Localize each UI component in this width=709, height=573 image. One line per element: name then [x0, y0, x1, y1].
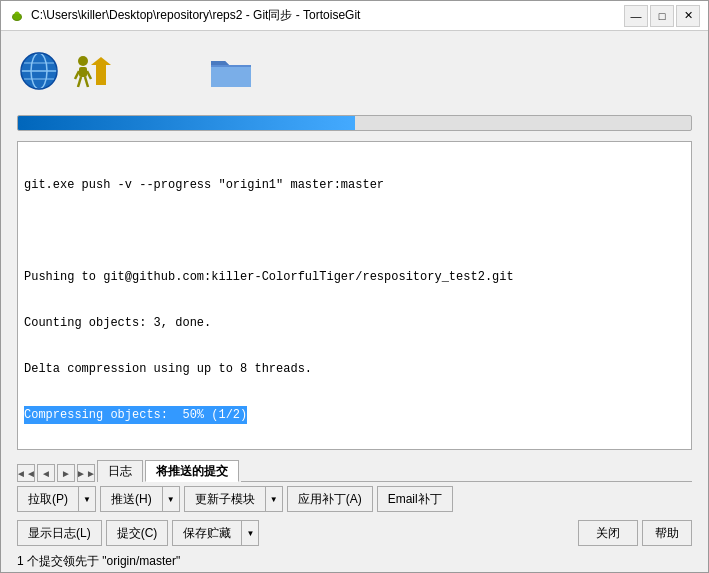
email-patch-button[interactable]: Email补丁 [377, 486, 453, 512]
button-row-1: 拉取(P) ▼ 推送(H) ▼ 更新子模块 ▼ 应用补丁(A) Email补丁 [1, 482, 708, 516]
push-dropdown-button[interactable]: ▼ [162, 486, 180, 512]
progress-bar-container [17, 115, 692, 131]
update-submodule-dropdown-button[interactable]: ▼ [265, 486, 283, 512]
pull-btn-group: 拉取(P) ▼ [17, 486, 96, 512]
tab-nav-next[interactable]: ► [57, 464, 75, 482]
log-line-4: Counting objects: 3, done. [24, 314, 685, 332]
log-line-1: git.exe push -v --progress "origin1" mas… [24, 176, 685, 194]
svg-rect-10 [79, 67, 87, 77]
save-stash-button[interactable]: 保存贮藏 [172, 520, 241, 546]
svg-line-11 [75, 71, 79, 79]
button-row-2: 显示日志(L) 提交(C) 保存贮藏 ▼ 关闭 帮助 [1, 516, 708, 550]
save-stash-dropdown-button[interactable]: ▼ [241, 520, 259, 546]
log-line-5: Delta compression using up to 8 threads. [24, 360, 685, 378]
tab-bar: ◄◄ ◄ ► ►► 日志 将推送的提交 [1, 456, 708, 482]
tab-nav-prev[interactable]: ◄ [37, 464, 55, 482]
tab-nav-first[interactable]: ◄◄ [17, 464, 35, 482]
status-text: 1 个提交领先于 "origin/master" [17, 553, 180, 570]
pull-button[interactable]: 拉取(P) [17, 486, 78, 512]
title-bar-left: C:\Users\killer\Desktop\repository\reps2… [9, 7, 360, 24]
maximize-button[interactable]: □ [650, 5, 674, 27]
push-button[interactable]: 推送(H) [100, 486, 162, 512]
close-button[interactable]: 关闭 [578, 520, 638, 546]
save-stash-btn-group: 保存贮藏 ▼ [172, 520, 259, 546]
main-window: C:\Users\killer\Desktop\repository\reps2… [0, 0, 709, 573]
svg-line-12 [87, 71, 91, 79]
log-line-2 [24, 222, 685, 240]
push-arrow-icon [73, 49, 117, 93]
progress-bar-fill [18, 116, 355, 130]
log-output: git.exe push -v --progress "origin1" mas… [17, 141, 692, 450]
tab-commits-to-push[interactable]: 将推送的提交 [145, 460, 239, 482]
svg-marker-15 [91, 57, 111, 85]
globe-icon [17, 49, 61, 93]
apply-patch-button[interactable]: 应用补丁(A) [287, 486, 373, 512]
log-line-3: Pushing to git@github.com:killer-Colorfu… [24, 268, 685, 286]
help-button[interactable]: 帮助 [642, 520, 692, 546]
svg-point-9 [78, 56, 88, 66]
update-submodule-btn-group: 更新子模块 ▼ [184, 486, 283, 512]
progress-area [1, 111, 708, 135]
commit-button[interactable]: 提交(C) [106, 520, 169, 546]
log-highlight-text: Compressing objects: 50% (1/2) [24, 406, 247, 424]
push-btn-group: 推送(H) ▼ [100, 486, 180, 512]
status-bar: 1 个提交领先于 "origin/master" [1, 550, 708, 572]
window-title: C:\Users\killer\Desktop\repository\reps2… [31, 7, 360, 24]
show-log-button[interactable]: 显示日志(L) [17, 520, 102, 546]
svg-line-13 [78, 77, 81, 87]
title-bar: C:\Users\killer\Desktop\repository\reps2… [1, 1, 708, 31]
toolbar-icons [1, 31, 708, 111]
tortoise-icon [9, 8, 25, 24]
tab-log[interactable]: 日志 [97, 460, 143, 482]
update-submodule-button[interactable]: 更新子模块 [184, 486, 265, 512]
folder-icon [209, 49, 253, 93]
svg-line-14 [85, 77, 88, 87]
minimize-button[interactable]: — [624, 5, 648, 27]
pull-dropdown-button[interactable]: ▼ [78, 486, 96, 512]
title-bar-buttons: — □ ✕ [624, 5, 700, 27]
button-spacer [263, 520, 574, 546]
svg-point-2 [13, 14, 21, 20]
close-window-button[interactable]: ✕ [676, 5, 700, 27]
tab-nav-last[interactable]: ►► [77, 464, 95, 482]
log-line-highlight: Compressing objects: 50% (1/2) [24, 406, 685, 424]
